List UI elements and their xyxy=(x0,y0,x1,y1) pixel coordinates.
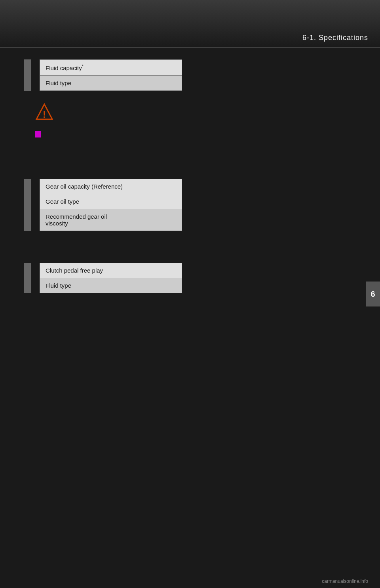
fluid-capacity-label: Fluid capacity* xyxy=(40,60,182,76)
gear-oil-viscosity-label: Recommended gear oilviscosity xyxy=(40,209,182,231)
gear-oil-spec-table: Gear oil capacity (Reference) Gear oil t… xyxy=(40,179,182,231)
section3-block: Clutch pedal free play Fluid type xyxy=(24,263,356,293)
section1-block: Fluid capacity* Fluid type xyxy=(24,59,356,91)
table-row: Gear oil capacity (Reference) xyxy=(40,179,182,194)
section-brake-fluid: Fluid capacity* Fluid type ! xyxy=(24,59,356,147)
spacer1 xyxy=(24,163,356,179)
gear-oil-capacity-label: Gear oil capacity (Reference) xyxy=(40,179,182,194)
table-row: Fluid capacity* xyxy=(40,60,182,76)
footer-watermark: carmanualsonline.info xyxy=(322,578,368,584)
clutch-fluid-type-label: Fluid type xyxy=(40,278,182,293)
section3-table-wrapper: Clutch pedal free play Fluid type xyxy=(36,263,356,293)
page-title: 6-1. Specifications xyxy=(302,34,368,42)
section-clutch: Clutch pedal free play Fluid type xyxy=(24,263,356,293)
pink-bullet-icon xyxy=(35,131,41,137)
table-row: Recommended gear oilviscosity xyxy=(40,209,182,231)
section-gear-oil: Gear oil capacity (Reference) Gear oil t… xyxy=(24,179,356,231)
chapter-number: 6 xyxy=(370,290,375,298)
clutch-spec-table: Clutch pedal free play Fluid type xyxy=(40,263,182,293)
section2-block: Gear oil capacity (Reference) Gear oil t… xyxy=(24,179,356,231)
fluid-type-label: Fluid type xyxy=(40,76,182,91)
spacer2 xyxy=(24,247,356,263)
gear-oil-type-label: Gear oil type xyxy=(40,194,182,209)
warning-triangle-icon: ! xyxy=(35,103,54,122)
warning-icon-wrapper: ! xyxy=(35,103,54,122)
section2-table-wrapper: Gear oil capacity (Reference) Gear oil t… xyxy=(36,179,356,231)
section2-indicator xyxy=(24,179,31,231)
section1-table-wrapper: Fluid capacity* Fluid type xyxy=(36,59,356,91)
warning-section: ! xyxy=(35,103,356,123)
main-content: Fluid capacity* Fluid type ! xyxy=(0,48,380,333)
clutch-pedal-free-play-label: Clutch pedal free play xyxy=(40,263,182,278)
table-row: Gear oil type xyxy=(40,194,182,209)
section3-indicator xyxy=(24,263,31,293)
chapter-tab: 6 xyxy=(366,282,380,307)
svg-text:!: ! xyxy=(43,109,46,120)
section1-indicator xyxy=(24,59,31,91)
fluid-spec-table: Fluid capacity* Fluid type xyxy=(40,59,182,91)
table-row: Fluid type xyxy=(40,76,182,91)
table-row: Fluid type xyxy=(40,278,182,293)
table-row: Clutch pedal free play xyxy=(40,263,182,278)
page-header: 6-1. Specifications xyxy=(0,0,380,48)
